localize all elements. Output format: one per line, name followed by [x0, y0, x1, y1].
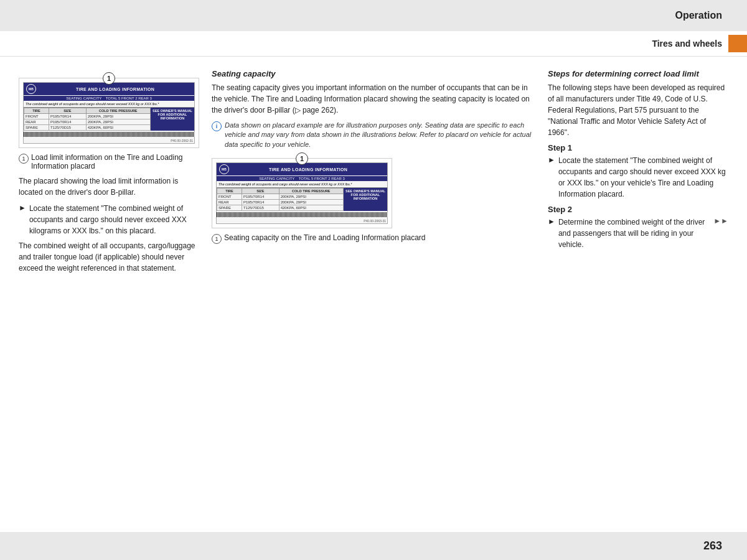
- step2-arrow: ►: [548, 217, 555, 250]
- subheader: Tires and wheels: [0, 31, 747, 57]
- table-row: REARP195/70R14200KPA, 29PSI: [24, 119, 151, 125]
- step1-arrow: ►: [548, 156, 555, 200]
- info-icon: i: [212, 121, 222, 131]
- center-section-title: Seating capacity: [212, 69, 535, 78]
- main-content: 1 MB TIRE AND LOADING INFORMATION SEATIN…: [0, 57, 747, 530]
- placard-combined-text: The combined weight of occupants and car…: [24, 101, 194, 108]
- barcode-2: [217, 212, 387, 217]
- section-accent-bar: [728, 35, 747, 52]
- placard-2-number: 1: [296, 152, 308, 165]
- placard-part-number: P40.00-2062-31: [24, 138, 194, 143]
- center-column: Seating capacity The seating capacity gi…: [212, 69, 535, 523]
- center-body-1: The seating capacity gives you important…: [212, 82, 535, 116]
- placard-1-inner: MB TIRE AND LOADING INFORMATION SEATING …: [23, 82, 195, 144]
- footer: 263: [0, 532, 747, 560]
- info-text: Data shown on placard example are for il…: [225, 121, 535, 149]
- see-owner-2-label: SEE OWNER'S MANUAL FOR ADDITIONAL INFORM…: [344, 188, 387, 211]
- step2-heading: Step 2: [548, 205, 728, 214]
- col-tire: TIRE: [24, 108, 49, 114]
- header-operation-label: Operation: [675, 10, 722, 21]
- right-column: Steps for determining correct load limit…: [548, 69, 728, 523]
- placard-1-number: 1: [103, 72, 115, 85]
- placard-2-title: TIRE AND LOADING INFORMATION: [232, 167, 385, 172]
- left-column: 1 MB TIRE AND LOADING INFORMATION SEATIN…: [19, 69, 199, 523]
- step1-text: Locate the statement "The combined weigh…: [558, 155, 728, 200]
- caption-2-number: 1: [212, 234, 222, 244]
- placard-2: 1 MB TIRE AND LOADING INFORMATION SEATIN…: [212, 158, 392, 228]
- placard-2-caption: 1 Seating capacity on the Tire and Loadi…: [212, 233, 535, 244]
- placard-2-table: TIRE SIZE COLD TIRE PRESSURE FRONTP195/7…: [217, 188, 344, 211]
- caption-2-text: Seating capacity on the Tire and Loading…: [224, 233, 426, 242]
- table-row: FRONTP195/70R14200KPA, 29PSI: [24, 114, 151, 119]
- left-bullet-1: ► Locate the statement "The combined wei…: [19, 203, 199, 236]
- left-body-1: The placard showing the load limit infor…: [19, 175, 199, 198]
- table-row: SPARET125/70D15420KPA, 60PSI: [24, 125, 151, 131]
- right-body-1: The following steps have been developed …: [548, 82, 728, 138]
- step1-bullet: ► Locate the statement "The combined wei…: [548, 155, 728, 200]
- bullet-arrow: ►: [19, 203, 26, 236]
- col-pressure: COLD TIRE PRESSURE: [86, 108, 150, 114]
- placard-logo: MB: [26, 84, 36, 94]
- placard-2-inner: MB TIRE AND LOADING INFORMATION SEATING …: [216, 162, 388, 224]
- subheader-section-label: Tires and wheels: [652, 39, 728, 49]
- see-owner-label: SEE OWNER'S MANUAL FOR ADDITIONAL INFORM…: [151, 108, 194, 131]
- left-bullet-1-text: Locate the statement "The combined weigh…: [29, 203, 199, 236]
- step2-bullet: ► Determine the combined weight of the d…: [548, 217, 728, 250]
- step1-heading: Step 1: [548, 143, 728, 152]
- placard-2-seating: SEATING CAPACITY TOTAL 5 FRONT 2 REAR 3: [217, 175, 387, 181]
- placard-title: TIRE AND LOADING INFORMATION: [39, 87, 192, 91]
- placard-2-combined: The combined weight of occupants and car…: [217, 181, 387, 188]
- placard-seating: SEATING CAPACITY TOTAL 5 FRONT 2 REAR 3: [24, 95, 194, 101]
- placard-1: 1 MB TIRE AND LOADING INFORMATION SEATIN…: [19, 78, 199, 148]
- right-section-title: Steps for determining correct load limit: [548, 69, 728, 78]
- col-size: SIZE: [49, 108, 86, 114]
- continue-arrow: ►►: [713, 217, 728, 250]
- table-row: REARP195/70R14200KPA, 29PSI: [217, 200, 344, 205]
- caption-number: 1: [19, 154, 29, 164]
- caption-text: Load limit information on the Tire and L…: [31, 153, 199, 170]
- step2-text: Determine the combined weight of the dri…: [558, 217, 708, 250]
- placard-2-part-number: P40.00-2063-31: [217, 218, 387, 223]
- placard-1-caption: 1 Load limit information on the Tire and…: [19, 153, 199, 170]
- page-number: 263: [703, 539, 722, 553]
- table-row: SPARET125/70D15420KPA, 60PSI: [217, 205, 344, 211]
- left-body-2: The combined weight of all occupants, ca…: [19, 240, 199, 274]
- placard-table: TIRE SIZE COLD TIRE PRESSURE FRONTP195/7…: [24, 108, 151, 131]
- table-row: FRONTP195/70R14200KPA, 29PSI: [217, 194, 344, 200]
- barcode: [24, 132, 194, 137]
- info-box: i Data shown on placard example are for …: [212, 121, 535, 149]
- placard-2-logo: MB: [219, 164, 229, 174]
- header: Operation: [0, 0, 747, 31]
